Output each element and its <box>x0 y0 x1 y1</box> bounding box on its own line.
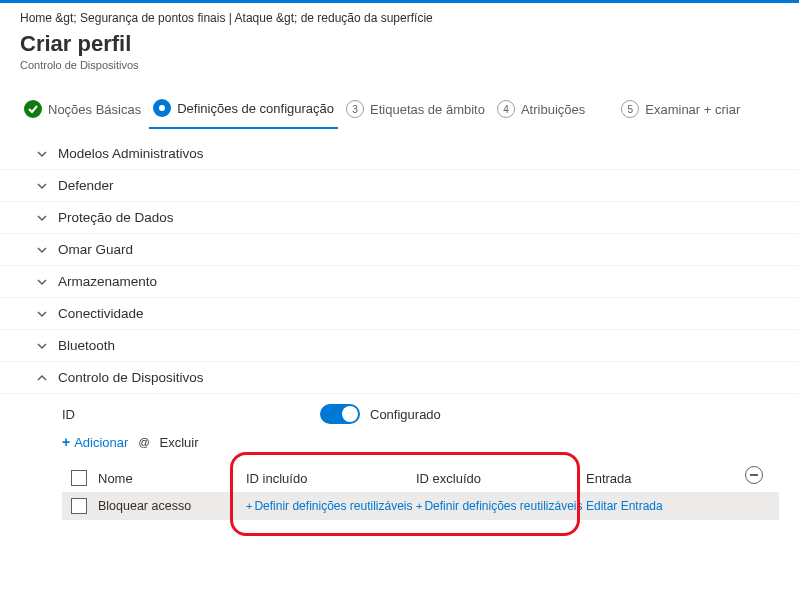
rules-table: Nome ID incluído ID excluído Entrada Blo… <box>62 464 779 520</box>
step-number-icon: 4 <box>497 100 515 118</box>
col-entry: Entrada <box>586 471 706 486</box>
chevron-down-icon <box>36 276 48 288</box>
configured-toggle-label: Configurado <box>370 407 441 422</box>
row-checkbox[interactable] <box>71 498 87 514</box>
select-all-checkbox[interactable] <box>71 470 87 486</box>
table-header: Nome ID incluído ID excluído Entrada <box>62 464 779 492</box>
remove-row-button[interactable] <box>745 466 763 484</box>
step-review-create[interactable]: 5 Examinar + criar <box>617 94 744 128</box>
chevron-down-icon <box>36 308 48 320</box>
section-device-control[interactable]: Controlo de Dispositivos <box>0 362 799 394</box>
at-icon: @ <box>138 436 149 448</box>
step-basics[interactable]: Noções Básicas <box>20 94 145 128</box>
add-link[interactable]: + Adicionar <box>62 434 128 450</box>
col-excluded-id: ID excluído <box>416 471 586 486</box>
chevron-down-icon <box>36 148 48 160</box>
section-title: Proteção de Dados <box>58 210 174 225</box>
edit-entry-link[interactable]: Editar Entrada <box>586 499 663 513</box>
wizard-steps: Noções Básicas Definições de configuraçã… <box>0 75 799 130</box>
configured-toggle[interactable] <box>320 404 360 424</box>
section-title: Modelos Administrativos <box>58 146 204 161</box>
check-icon <box>24 100 42 118</box>
section-title: Conectividade <box>58 306 144 321</box>
section-omar-guard[interactable]: Omar Guard <box>0 234 799 266</box>
section-storage[interactable]: Armazenamento <box>0 266 799 298</box>
chevron-down-icon <box>36 212 48 224</box>
breadcrumb[interactable]: Home &gt; Segurança de pontos finais | A… <box>20 11 779 25</box>
step-label: Etiquetas de âmbito <box>370 102 485 117</box>
svg-point-0 <box>159 105 165 111</box>
add-link-label: Adicionar <box>74 435 128 450</box>
chevron-down-icon <box>36 244 48 256</box>
page-title: Criar perfil <box>20 31 779 57</box>
page-subtitle: Controlo de Dispositivos <box>20 59 779 71</box>
row-name: Bloquear acesso <box>96 499 246 513</box>
table-row[interactable]: Bloquear acesso +Definir definições reut… <box>62 492 779 520</box>
col-included-id: ID incluído <box>246 471 416 486</box>
section-title: Defender <box>58 178 114 193</box>
step-label: Atribuições <box>521 102 585 117</box>
step-current-icon <box>153 99 171 117</box>
step-number-icon: 3 <box>346 100 364 118</box>
settings-sections: Modelos Administrativos Defender Proteçã… <box>0 130 799 520</box>
step-label: Definições de configuração <box>177 101 334 116</box>
minus-icon <box>750 474 758 476</box>
step-label: Examinar + criar <box>645 102 740 117</box>
section-title: Omar Guard <box>58 242 133 257</box>
col-name: Nome <box>96 471 246 486</box>
section-title: Bluetooth <box>58 338 115 353</box>
section-administrative-templates[interactable]: Modelos Administrativos <box>0 138 799 170</box>
chevron-down-icon <box>36 180 48 192</box>
chevron-up-icon <box>36 372 48 384</box>
section-connectivity[interactable]: Conectividade <box>0 298 799 330</box>
device-control-panel: ID Configurado + Adicionar @ Excluir Nom… <box>0 394 799 520</box>
plus-icon: + <box>416 500 422 512</box>
step-scope-tags[interactable]: 3 Etiquetas de âmbito <box>342 94 489 128</box>
plus-icon: + <box>246 500 252 512</box>
plus-icon: + <box>62 434 70 450</box>
section-bluetooth[interactable]: Bluetooth <box>0 330 799 362</box>
section-defender[interactable]: Defender <box>0 170 799 202</box>
step-configuration-settings[interactable]: Definições de configuração <box>149 93 338 129</box>
page-header: Home &gt; Segurança de pontos finais | A… <box>0 3 799 75</box>
set-reusable-included-link[interactable]: +Definir definições reutilizáveis <box>246 499 413 513</box>
chevron-down-icon <box>36 340 48 352</box>
set-reusable-excluded-link[interactable]: +Definir definições reutilizáveis <box>416 499 583 513</box>
step-assignments[interactable]: 4 Atribuições <box>493 94 589 128</box>
section-title: Controlo de Dispositivos <box>58 370 204 385</box>
step-label: Noções Básicas <box>48 102 141 117</box>
exclude-link[interactable]: Excluir <box>160 435 199 450</box>
step-number-icon: 5 <box>621 100 639 118</box>
section-title: Armazenamento <box>58 274 157 289</box>
setting-id-label: ID <box>62 407 302 422</box>
section-data-protection[interactable]: Proteção de Dados <box>0 202 799 234</box>
